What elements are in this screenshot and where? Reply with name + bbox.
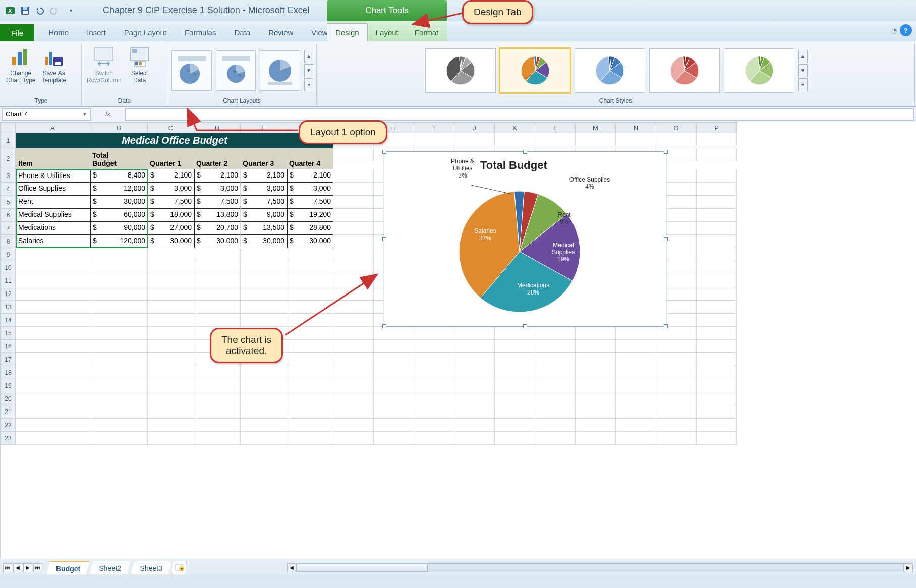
cell-M20[interactable] [576, 392, 616, 405]
sheet-nav-last[interactable]: ⏭ [33, 563, 42, 572]
cell-B18[interactable] [90, 366, 148, 379]
cell-C4[interactable]: $ 3,000 [148, 183, 194, 196]
sheet-nav-first[interactable]: ⏮ [3, 563, 12, 572]
cell-F20[interactable] [287, 392, 333, 405]
cell-K16[interactable] [495, 340, 535, 353]
tab-formulas[interactable]: Formulas [176, 24, 225, 41]
cell-N17[interactable] [616, 353, 656, 366]
tab-insert[interactable]: Insert [78, 24, 115, 41]
hscroll-right[interactable]: ▶ [904, 563, 913, 572]
cell-E5[interactable]: $ 7,500 [241, 196, 287, 209]
tab-data[interactable]: Data [225, 24, 259, 41]
chart-layout-3[interactable] [260, 50, 300, 91]
cell-L22[interactable] [535, 419, 576, 432]
cell-D18[interactable] [194, 366, 241, 379]
cell-A7[interactable]: Medications [16, 222, 90, 235]
cell-B5[interactable]: $ 30,000 [90, 196, 148, 209]
cell-D23[interactable] [194, 432, 241, 445]
cell-L1[interactable] [535, 133, 576, 146]
cell-H17[interactable] [374, 353, 414, 366]
cell-P7[interactable] [697, 222, 737, 235]
cell-F9[interactable] [287, 248, 333, 261]
cell-M19[interactable] [576, 379, 616, 392]
cell-P10[interactable] [697, 261, 737, 274]
cell-G2[interactable] [333, 148, 374, 161]
cell-E23[interactable] [241, 432, 287, 445]
cell-E14[interactable] [241, 314, 287, 327]
cell-P16[interactable] [697, 340, 737, 353]
cell-A5[interactable]: Rent [16, 196, 90, 209]
cell-A10[interactable] [16, 261, 90, 274]
cell-F10[interactable] [287, 261, 333, 274]
row-header-19[interactable]: 19 [1, 379, 16, 392]
row-header-2[interactable]: 2 [1, 148, 16, 169]
cell-J20[interactable] [454, 392, 495, 405]
cell-E21[interactable] [241, 405, 287, 419]
save-as-template-button[interactable]: Save AsTemplate [39, 44, 68, 96]
cell-E7[interactable]: $ 13,500 [241, 222, 287, 235]
change-chart-type-button[interactable]: ChangeChart Type [4, 44, 37, 96]
cell-K23[interactable] [495, 432, 535, 445]
cell-F7[interactable]: $ 28,800 [287, 222, 333, 235]
cell-F23[interactable] [287, 432, 333, 445]
cell-B6[interactable]: $ 60,000 [90, 209, 148, 222]
cell-O21[interactable] [656, 405, 697, 419]
cell-D12[interactable] [194, 287, 241, 301]
cell-I15[interactable] [414, 327, 454, 340]
chart-layouts-down[interactable]: ▼ [304, 64, 313, 77]
cell-A19[interactable] [16, 379, 90, 392]
cell-E19[interactable] [241, 379, 287, 392]
chart-layouts-more[interactable]: ▾ [304, 78, 313, 91]
column-header-P[interactable]: P [697, 122, 737, 133]
chart-layout-1[interactable]: %% [171, 50, 212, 91]
cell-J22[interactable] [454, 419, 495, 432]
cell-C6[interactable]: $ 18,000 [148, 209, 194, 222]
cell-N19[interactable] [616, 379, 656, 392]
cell-A3[interactable]: Phone & Utilities [16, 169, 90, 183]
row-header-16[interactable]: 16 [1, 340, 16, 353]
cell-K19[interactable] [495, 379, 535, 392]
cell-E4[interactable]: $ 3,000 [241, 183, 287, 196]
cell-B20[interactable] [90, 392, 148, 405]
cell-B4[interactable]: $ 12,000 [90, 183, 148, 196]
minimize-ribbon-icon[interactable]: ◔ [891, 27, 897, 34]
chart-style-5[interactable] [724, 48, 794, 93]
cell-B22[interactable] [90, 419, 148, 432]
cell-F13[interactable] [287, 301, 333, 314]
cell-G10[interactable] [333, 261, 374, 274]
cell-P18[interactable] [697, 366, 737, 379]
cell-I17[interactable] [414, 353, 454, 366]
qat-customize-icon[interactable]: ▾ [64, 4, 78, 17]
cell-L15[interactable] [535, 327, 576, 340]
cell-J17[interactable] [454, 353, 495, 366]
tab-layout[interactable]: Layout [368, 24, 407, 41]
cell-H22[interactable] [374, 419, 414, 432]
sheet-nav-prev[interactable]: ◀ [13, 563, 22, 572]
cell-H20[interactable] [374, 392, 414, 405]
cell-N15[interactable] [616, 327, 656, 340]
cell-J18[interactable] [454, 366, 495, 379]
cell-C21[interactable] [148, 405, 194, 419]
cell-C20[interactable] [148, 392, 194, 405]
cell-F3[interactable]: $ 2,100 [287, 169, 333, 183]
cell-P15[interactable] [697, 327, 737, 340]
cell-P20[interactable] [697, 392, 737, 405]
cell-G21[interactable] [333, 405, 374, 419]
cell-P22[interactable] [697, 419, 737, 432]
column-header-M[interactable]: M [576, 122, 616, 133]
cell-A12[interactable] [16, 287, 90, 301]
select-data-button[interactable]: SelectData [126, 44, 154, 96]
column-header-D[interactable]: D [194, 122, 241, 133]
row-header-9[interactable]: 9 [1, 248, 16, 261]
cell-P3[interactable] [697, 169, 737, 183]
cell-I1[interactable] [414, 133, 454, 146]
file-tab[interactable]: File [0, 24, 34, 41]
select-all-corner[interactable] [1, 122, 16, 133]
cell-D22[interactable] [194, 419, 241, 432]
cell-K22[interactable] [495, 419, 535, 432]
cell-C16[interactable] [148, 340, 194, 353]
cell-O20[interactable] [656, 392, 697, 405]
cell-B10[interactable] [90, 261, 148, 274]
cell-I21[interactable] [414, 405, 454, 419]
cell-D5[interactable]: $ 7,500 [194, 196, 241, 209]
